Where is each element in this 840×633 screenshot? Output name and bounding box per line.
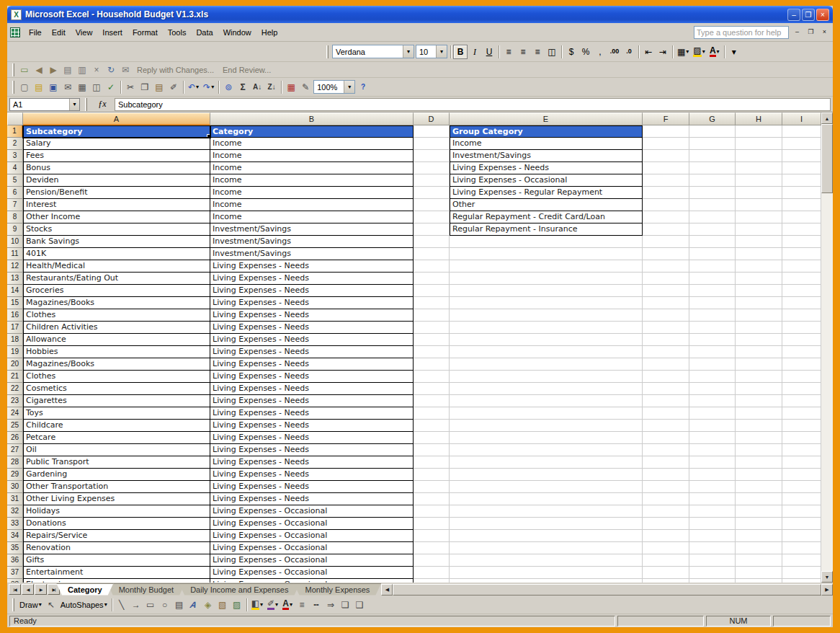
redo-button[interactable]: ↷▾: [201, 80, 216, 94]
cell-b20[interactable]: Living Expenses - Needs: [210, 358, 414, 371]
cell-d6[interactable]: [414, 187, 450, 199]
update-file-button[interactable]: ↻: [104, 63, 118, 77]
row-header-6[interactable]: 6: [7, 187, 23, 199]
cell-b4[interactable]: Income: [210, 162, 414, 174]
font-color-button[interactable]: A▾: [707, 45, 722, 59]
column-header-d[interactable]: D: [414, 112, 450, 125]
cell-e21[interactable]: [450, 371, 643, 383]
fill-color-button[interactable]: ▨▾: [691, 45, 707, 59]
cell-e19[interactable]: [450, 346, 643, 358]
cell-f9[interactable]: [643, 223, 689, 236]
cell-a37[interactable]: Entertainment: [23, 567, 210, 579]
cell-d29[interactable]: [414, 469, 450, 481]
scroll-right-button[interactable]: ▶: [821, 584, 833, 596]
cell-h25[interactable]: [736, 420, 782, 432]
underline-button[interactable]: U: [482, 45, 496, 59]
cell-d1[interactable]: [414, 125, 450, 138]
cell-i19[interactable]: [782, 346, 821, 358]
cell-f20[interactable]: [643, 358, 689, 371]
horizontal-scroll-thumb[interactable]: [393, 584, 821, 596]
cell-h18[interactable]: [736, 334, 782, 346]
horizontal-scrollbar[interactable]: ◀ ▶: [381, 584, 833, 596]
previous-sheet-button[interactable]: ◀: [22, 584, 34, 595]
threed-style-button[interactable]: ❑: [352, 598, 367, 612]
cell-a35[interactable]: Renovation: [23, 542, 210, 554]
cell-i3[interactable]: [782, 150, 821, 162]
borders-button[interactable]: ▦▾: [675, 45, 691, 59]
cell-g30[interactable]: [689, 481, 736, 493]
cell-i33[interactable]: [782, 518, 821, 530]
cell-f36[interactable]: [643, 554, 689, 567]
sort-descending-button[interactable]: Z↓: [264, 80, 279, 94]
cell-f16[interactable]: [643, 309, 689, 322]
cell-e15[interactable]: [450, 297, 643, 309]
cell-d37[interactable]: [414, 567, 450, 579]
cell-i30[interactable]: [782, 481, 821, 493]
autoshapes-menu-button[interactable]: AutoShapes▾: [58, 598, 110, 612]
increase-indent-button[interactable]: ⇥: [656, 45, 670, 59]
cell-f1[interactable]: [643, 125, 689, 138]
workbook-minimize-button[interactable]: –: [792, 27, 803, 37]
cell-b32[interactable]: Living Expenses - Occasional: [210, 505, 414, 518]
select-objects-button[interactable]: ↖: [44, 598, 58, 612]
cell-a1[interactable]: Subcategory: [23, 125, 210, 138]
cell-f31[interactable]: [643, 493, 689, 505]
cell-d33[interactable]: [414, 518, 450, 530]
row-header-36[interactable]: 36: [7, 554, 23, 567]
cell-a23[interactable]: Cigarettes: [23, 395, 210, 407]
cell-e7[interactable]: Other: [450, 199, 643, 211]
cell-e12[interactable]: [450, 260, 643, 273]
cell-d9[interactable]: [414, 223, 450, 236]
cell-b16[interactable]: Living Expenses - Needs: [210, 309, 414, 322]
cell-d20[interactable]: [414, 358, 450, 371]
cell-e2[interactable]: Income: [450, 138, 643, 150]
delete-comment-button[interactable]: ×: [89, 63, 104, 77]
cell-e36[interactable]: [450, 554, 643, 567]
cell-e9[interactable]: Regular Repayment - Insurance: [450, 223, 643, 236]
cell-i36[interactable]: [782, 554, 821, 567]
cell-i9[interactable]: [782, 223, 821, 236]
cell-a14[interactable]: Groceries: [23, 285, 210, 297]
row-header-10[interactable]: 10: [7, 236, 23, 248]
cell-f3[interactable]: [643, 150, 689, 162]
cell-b28[interactable]: Living Expenses - Needs: [210, 456, 414, 469]
row-header-28[interactable]: 28: [7, 456, 23, 469]
cut-button[interactable]: ✂: [123, 80, 138, 94]
cell-g17[interactable]: [689, 322, 736, 334]
cell-h34[interactable]: [736, 530, 782, 542]
toolbar-grip[interactable]: [326, 45, 329, 58]
cell-g25[interactable]: [689, 420, 736, 432]
cell-f35[interactable]: [643, 542, 689, 554]
cell-f23[interactable]: [643, 395, 689, 407]
cell-h10[interactable]: [736, 236, 782, 248]
reply-with-changes-button[interactable]: Reply with Changes...: [133, 64, 218, 76]
cell-h3[interactable]: [736, 150, 782, 162]
autosum-button[interactable]: Σ: [236, 80, 250, 94]
undo-button[interactable]: ↶▾: [186, 80, 201, 94]
cell-b35[interactable]: Living Expenses - Occasional: [210, 542, 414, 554]
cell-f32[interactable]: [643, 505, 689, 518]
row-header-9[interactable]: 9: [7, 223, 23, 236]
cell-g35[interactable]: [689, 542, 736, 554]
menu-insert[interactable]: Insert: [97, 25, 128, 40]
cell-i14[interactable]: [782, 285, 821, 297]
cell-f27[interactable]: [643, 444, 689, 456]
cell-h30[interactable]: [736, 481, 782, 493]
insert-hyperlink-button[interactable]: ⊚: [221, 80, 236, 94]
cell-b19[interactable]: Living Expenses - Needs: [210, 346, 414, 358]
cell-i37[interactable]: [782, 567, 821, 579]
row-header-35[interactable]: 35: [7, 542, 23, 554]
font-name-combo[interactable]: Verdana ▾: [332, 45, 414, 58]
cell-i25[interactable]: [782, 420, 821, 432]
cell-f29[interactable]: [643, 469, 689, 481]
cell-f2[interactable]: [643, 138, 689, 150]
cell-b14[interactable]: Living Expenses - Needs: [210, 285, 414, 297]
close-button[interactable]: ×: [816, 9, 829, 21]
format-painter-button[interactable]: ✐: [166, 80, 181, 94]
cell-f18[interactable]: [643, 334, 689, 346]
decrease-decimal-button[interactable]: .0: [622, 45, 636, 59]
toolbar-grip[interactable]: [12, 598, 14, 611]
cell-e28[interactable]: [450, 456, 643, 469]
cell-b6[interactable]: Income: [210, 187, 414, 199]
cell-f17[interactable]: [643, 322, 689, 334]
